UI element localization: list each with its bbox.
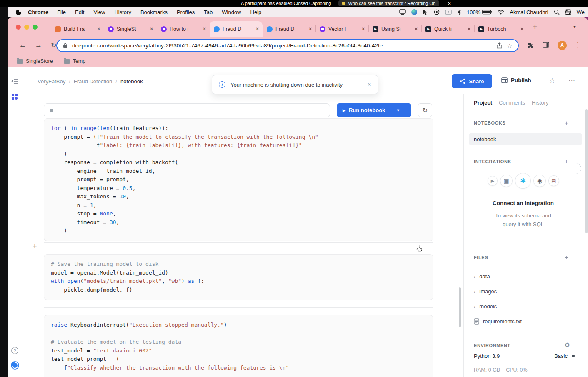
menu-view[interactable]: View — [89, 9, 110, 15]
notebook-block-input[interactable] — [44, 103, 330, 117]
menu-app-name[interactable]: Chrome — [28, 9, 48, 15]
battery-status[interactable]: 100% — [467, 9, 492, 15]
add-block-button[interactable]: + — [33, 242, 37, 250]
tab-list-chevron-icon[interactable]: ▾ — [573, 24, 576, 30]
browser-tab-5[interactable]: Fraud D✕ — [263, 21, 315, 37]
tab-close-icon[interactable]: ✕ — [203, 27, 206, 31]
url-text[interactable]: deepnote.com/workspace/veryfatboy-2f930b… — [72, 42, 492, 49]
spotlight-search-icon[interactable] — [554, 9, 560, 15]
tab-close-icon[interactable]: ✕ — [309, 27, 312, 31]
profile-avatar[interactable]: A — [558, 41, 567, 50]
run-options-chevron-icon[interactable]: ▾ — [391, 108, 405, 112]
cursor-share-icon[interactable] — [423, 9, 428, 15]
browser-tab-6[interactable]: Vector F✕ — [315, 21, 368, 37]
tab-comments[interactable]: Comments — [499, 100, 525, 106]
restart-machine-button[interactable]: ↻ — [418, 103, 432, 117]
table-of-contents-icon[interactable] — [11, 78, 19, 84]
minimize-window-button[interactable] — [24, 25, 29, 30]
connector-send-icon[interactable]: ▶ — [488, 176, 498, 186]
side-panel-icon[interactable] — [543, 42, 549, 48]
file-item-images[interactable]: ›images — [474, 284, 576, 299]
close-window-button[interactable] — [16, 25, 21, 30]
tab-project[interactable]: Project — [474, 100, 492, 106]
apple-menu-icon[interactable] — [16, 10, 21, 15]
wifi-icon[interactable] — [498, 10, 504, 15]
menu-history[interactable]: History — [110, 9, 135, 15]
more-options-icon[interactable]: ⋯ — [568, 77, 575, 85]
address-bar[interactable]: deepnote.com/workspace/veryfatboy-2f930b… — [56, 39, 519, 52]
tab-close-icon[interactable]: ✕ — [150, 27, 153, 31]
bluetooth-icon[interactable] — [457, 9, 461, 15]
tab-close-icon[interactable]: ✕ — [256, 27, 259, 31]
menu-file[interactable]: File — [53, 9, 70, 15]
browser-tab-4[interactable]: Fraud D✕ — [210, 21, 263, 37]
record-icon[interactable] — [434, 9, 440, 15]
tab-history[interactable]: History — [532, 100, 548, 106]
add-file-button[interactable]: + — [565, 254, 568, 260]
menu-tab[interactable]: Tab — [199, 9, 217, 15]
tab-close-icon[interactable]: ✕ — [415, 27, 418, 31]
file-item-models[interactable]: ›models — [474, 299, 576, 314]
connect-integration-title[interactable]: Connect an integration — [464, 200, 583, 206]
menu-edit[interactable]: Edit — [70, 9, 89, 15]
browser-tab-2[interactable]: SingleSt✕ — [104, 21, 157, 37]
menu-profiles[interactable]: Profiles — [172, 9, 199, 15]
deepnote-logo-icon[interactable] — [10, 361, 20, 370]
share-page-icon[interactable] — [497, 42, 502, 49]
bookmark-star-icon[interactable]: ☆ — [507, 42, 512, 49]
publish-button[interactable]: Publish — [501, 77, 531, 83]
breadcrumb-project[interactable]: Fraud Detection — [74, 78, 113, 85]
tab-close-icon[interactable]: ✕ — [362, 27, 365, 31]
environment-settings-gear-icon[interactable]: ⚙ — [565, 342, 570, 348]
menu-window[interactable]: Window — [217, 9, 245, 15]
connector-cube-icon[interactable]: ▣ — [500, 175, 513, 187]
add-integration-button[interactable]: + — [565, 158, 568, 165]
file-item-data[interactable]: ›data — [474, 269, 576, 284]
browser-tab-8[interactable]: ▶Quick ti✕ — [421, 21, 474, 37]
browser-tab-1[interactable]: Build Fra✕ — [51, 21, 104, 37]
bookmark-folder-temp[interactable]: Temp — [64, 58, 86, 64]
toast-close-icon[interactable]: ✕ — [367, 82, 371, 87]
env-python-version[interactable]: Python 3.9 — [474, 353, 500, 359]
notebook-list-item[interactable]: notebook — [469, 133, 582, 145]
env-machine-tier[interactable]: Basic — [554, 353, 568, 359]
file-item-requirements[interactable]: requirements.txt — [474, 314, 522, 329]
tab-close-icon[interactable]: ✕ — [520, 27, 524, 31]
breadcrumb-notebook[interactable]: notebook — [120, 78, 143, 85]
tab-close-icon[interactable]: ✕ — [468, 27, 471, 31]
control-center-icon[interactable] — [565, 9, 571, 15]
new-tab-button[interactable]: + — [533, 23, 538, 31]
code-cell[interactable]: raise KeyboardInterrupt("Execution stopp… — [44, 315, 433, 377]
transcript-recording-pill[interactable]: Who can see this transcript? Recording O… — [338, 0, 439, 6]
forward-button[interactable]: → — [35, 41, 42, 50]
browser-tab-7[interactable]: ▶Using Si✕ — [368, 21, 421, 37]
bookmark-folder-singlestore[interactable]: SingleStore — [17, 58, 53, 64]
browser-tab-3[interactable]: How to i✕ — [157, 21, 210, 37]
connector-disc-icon[interactable]: ◉ — [533, 175, 546, 187]
code-cell[interactable]: for i in range(len(train_features)): pro… — [44, 118, 433, 241]
webex-icon[interactable] — [411, 9, 417, 15]
screen-share-icon[interactable] — [445, 10, 452, 15]
tab-close-icon[interactable]: ✕ — [97, 27, 100, 31]
browser-tab-9[interactable]: ▶Turboch✕ — [474, 21, 527, 37]
reload-button[interactable]: ↻ — [51, 41, 56, 49]
display-icon[interactable] — [399, 9, 406, 15]
favorite-star-icon[interactable]: ☆ — [549, 77, 555, 85]
extensions-puzzle-icon[interactable] — [527, 42, 534, 49]
menubar-username[interactable]: Akmal Chaudhri — [510, 9, 548, 15]
browser-menu-kebab-icon[interactable]: ⋮ — [575, 41, 581, 49]
menu-help[interactable]: Help — [246, 9, 266, 15]
panel-scrollbar-thumb[interactable] — [585, 109, 588, 233]
add-notebook-button[interactable]: + — [565, 120, 568, 126]
snowflake-icon[interactable]: ✱ — [515, 173, 531, 189]
share-button[interactable]: Share — [452, 74, 492, 88]
blocks-icon[interactable] — [11, 93, 18, 100]
code-cell[interactable]: # Save the training model to diskmodel =… — [44, 254, 433, 300]
back-button[interactable]: ← — [19, 41, 26, 50]
caption-close-icon[interactable]: ✕ — [448, 1, 451, 6]
help-icon[interactable]: ? — [11, 347, 18, 354]
run-notebook-button[interactable]: ▶ Run notebook ▾ — [337, 103, 411, 117]
menu-bookmarks[interactable]: Bookmarks — [136, 9, 172, 15]
breadcrumb-workspace[interactable]: VeryFatBoy — [38, 78, 65, 85]
connector-grid-icon[interactable]: ▤ — [548, 175, 559, 186]
